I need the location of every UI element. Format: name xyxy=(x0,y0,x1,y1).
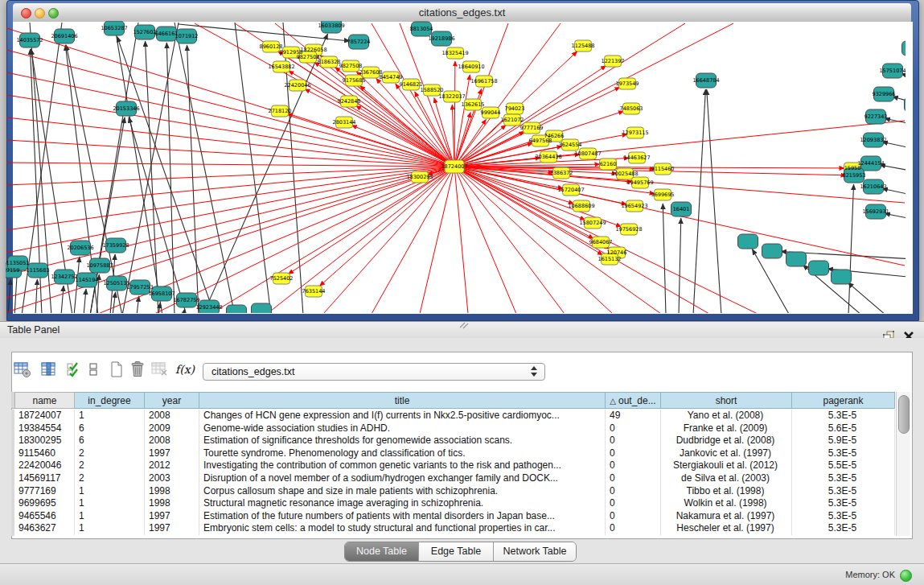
table-row[interactable]: 1456911722003Disruption of a novel membe… xyxy=(14,472,895,485)
table-cell[interactable]: 1997 xyxy=(145,447,199,460)
column-header-name[interactable]: name xyxy=(14,392,75,409)
tab-node-table[interactable]: Node Table xyxy=(345,542,418,561)
table-cell[interactable]: 5.3E-5 xyxy=(792,472,895,485)
table-cell[interactable]: 1 xyxy=(75,410,145,422)
memory-status-icon[interactable] xyxy=(900,570,912,582)
table-cell[interactable]: Yano et al. (2008) xyxy=(661,410,792,422)
table-cell[interactable]: 2 xyxy=(75,447,145,460)
table-cell[interactable]: 0 xyxy=(606,510,661,523)
table-cell[interactable]: 14569117 xyxy=(14,472,75,485)
table-cell[interactable]: 49 xyxy=(606,410,661,422)
table-cell[interactable]: 2009 xyxy=(145,422,199,435)
graph-node[interactable] xyxy=(762,244,782,258)
table-row[interactable]: 1830029562008Estimation of significance … xyxy=(14,435,895,447)
table-cell[interactable]: 5.9E-5 xyxy=(792,435,895,447)
table-row[interactable]: 946362711997Embryonic stem cells: a mode… xyxy=(14,522,895,535)
table-row[interactable]: 946554611997Estimation of the future num… xyxy=(14,510,895,523)
table-cell[interactable]: 0 xyxy=(606,497,661,510)
table-cell[interactable]: 5.3E-5 xyxy=(792,485,895,498)
table-cell[interactable]: 1997 xyxy=(145,522,199,535)
scrollbar-thumb[interactable] xyxy=(898,395,910,434)
graph-node[interactable] xyxy=(809,261,829,275)
graph-node[interactable] xyxy=(252,303,272,313)
graph-node[interactable] xyxy=(832,270,852,284)
network-window-titlebar[interactable]: citations_edges.txt xyxy=(13,3,911,23)
table-cell[interactable]: 9465546 xyxy=(14,510,75,523)
table-cell[interactable]: 5.3E-5 xyxy=(792,497,895,510)
table-cell[interactable]: 1 xyxy=(75,510,145,523)
table-cell[interactable]: 5.3E-5 xyxy=(792,522,895,535)
table-cell[interactable]: 6 xyxy=(75,422,145,435)
table-cell[interactable]: 9777169 xyxy=(14,485,75,498)
table-cell[interactable]: Estimation of the future numbers of pati… xyxy=(199,510,606,523)
table-cell[interactable]: 5.3E-5 xyxy=(792,510,895,523)
table-column-icon[interactable] xyxy=(40,360,58,378)
table-cell[interactable]: Investigating the contribution of common… xyxy=(199,459,606,472)
select-rows-icon[interactable] xyxy=(66,360,82,378)
table-cell[interactable]: Disruption of a novel member of a sodium… xyxy=(199,472,606,485)
table-cell[interactable]: 0 xyxy=(606,435,661,447)
table-cell[interactable]: 1 xyxy=(75,485,145,498)
table-cell[interactable]: 0 xyxy=(606,459,661,472)
table-cell[interactable]: 1998 xyxy=(145,485,199,498)
table-cell[interactable]: 2012 xyxy=(145,459,199,472)
table-cell[interactable]: 2 xyxy=(75,472,145,485)
table-cell[interactable]: 1997 xyxy=(145,510,199,523)
function-icon[interactable]: f(x) xyxy=(175,360,199,378)
table-cell[interactable]: 9699695 xyxy=(14,497,75,510)
network-canvas[interactable]: 1872400789601288912955182260589827503165… xyxy=(6,21,906,313)
table-cell[interactable]: 1 xyxy=(75,497,145,510)
rows-icon[interactable] xyxy=(88,360,99,378)
table-cell[interactable]: 22420046 xyxy=(14,459,75,472)
table-cell[interactable]: 2003 xyxy=(145,472,199,485)
table-cell[interactable]: 5.6E-5 xyxy=(792,422,895,435)
table-cell[interactable]: de Silva et al. (2003) xyxy=(661,472,792,485)
table-cell[interactable]: 9115460 xyxy=(14,447,75,460)
table-cell[interactable]: Hescheler et al. (1997) xyxy=(661,522,792,535)
table-cell[interactable]: Stergiakouli et al. (2012) xyxy=(661,459,792,472)
table-settings-icon[interactable] xyxy=(14,360,31,378)
graph-node[interactable] xyxy=(786,252,807,266)
column-header-pagerank[interactable]: pagerank xyxy=(792,392,895,409)
table-cell[interactable]: Embryonic stem cells: a model to study s… xyxy=(199,522,606,535)
table-cell[interactable]: Tourette syndrome. Phenomenology and cla… xyxy=(199,447,606,460)
table-cell[interactable]: Structural magnetic resonance image aver… xyxy=(199,497,606,510)
table-cell[interactable]: Changes of HCN gene expression and I(f) … xyxy=(199,410,606,422)
table-select-dropdown[interactable]: citations_edges.txt xyxy=(203,363,545,381)
table-cell[interactable]: Dudbridge et al. (2008) xyxy=(661,435,792,447)
table-row[interactable]: 1938455462009Genome-wide association stu… xyxy=(14,422,895,435)
table-cell[interactable]: 18300295 xyxy=(14,435,75,447)
table-row[interactable]: 969969511998Structural magnetic resonanc… xyxy=(14,497,895,510)
table-cell[interactable]: 2 xyxy=(75,459,145,472)
table-cell[interactable]: 1 xyxy=(75,522,145,535)
table-row[interactable]: 911546021997Tourette syndrome. Phenomeno… xyxy=(14,447,895,460)
tab-network-table[interactable]: Network Table xyxy=(493,542,576,561)
new-document-icon[interactable] xyxy=(109,360,125,378)
table-cell[interactable]: Nakamura et al. (1997) xyxy=(661,510,792,523)
table-scrollbar[interactable] xyxy=(896,392,910,536)
table-cell[interactable]: 5.3E-5 xyxy=(792,410,895,422)
table-cell[interactable]: Franke et al. (2009) xyxy=(661,422,792,435)
table-cell[interactable]: 0 xyxy=(606,422,661,435)
table-cell[interactable]: 0 xyxy=(606,485,661,498)
tab-edge-table[interactable]: Edge Table xyxy=(418,542,493,561)
table-cell[interactable]: 9463627 xyxy=(14,522,75,535)
table-cell[interactable]: Tibbo et al. (1998) xyxy=(661,485,792,498)
trash-icon[interactable] xyxy=(129,360,146,378)
table-cell[interactable]: 1998 xyxy=(145,497,199,510)
table-row[interactable]: 2242004622012Investigating the contribut… xyxy=(14,459,895,472)
table-cell[interactable]: 0 xyxy=(606,522,661,535)
table-cell[interactable]: Genome-wide association studies in ADHD. xyxy=(199,422,606,435)
graph-node[interactable] xyxy=(902,41,906,56)
table-cell[interactable]: 2008 xyxy=(145,435,199,447)
table-cell[interactable]: Corpus callosum shape and size in male p… xyxy=(199,485,606,498)
table-cell[interactable]: 6 xyxy=(75,435,145,447)
graph-node[interactable] xyxy=(227,305,247,313)
table-cell[interactable]: Wolkin et al. (1998) xyxy=(661,497,792,510)
table-cell[interactable]: 18724007 xyxy=(14,410,75,422)
column-header-title[interactable]: title xyxy=(199,392,606,409)
column-header-year[interactable]: year xyxy=(145,392,199,409)
table-cell[interactable]: Jankovic et al. (1997) xyxy=(661,447,792,460)
table-cell[interactable]: 5.3E-5 xyxy=(792,447,895,460)
table-cell[interactable]: Estimation of significance thresholds fo… xyxy=(199,435,606,447)
